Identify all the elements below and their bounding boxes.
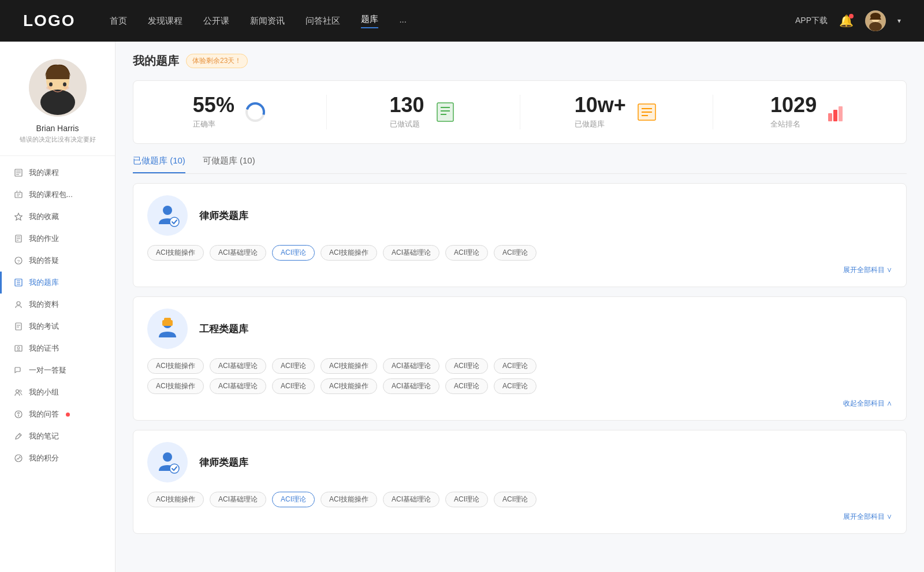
sidebar-item-cert[interactable]: 我的证书 — [0, 337, 115, 359]
sidebar-item-one-on-one[interactable]: 一对一答疑 — [0, 359, 115, 381]
sidebar-item-label: 我的收藏 — [29, 211, 59, 222]
expand-link-lawyer-1[interactable]: 展开全部科目 ∨ — [147, 265, 892, 275]
svg-point-9 — [46, 86, 52, 90]
tag-item[interactable]: ACI基础理论 — [210, 245, 266, 261]
tag-item[interactable]: ACI理论 — [494, 492, 536, 507]
svg-rect-56 — [828, 113, 832, 121]
tag-item[interactable]: ACI理论 — [272, 358, 315, 374]
tab-available-banks[interactable]: 可做题库 (10) — [203, 155, 255, 173]
svg-point-42 — [15, 455, 22, 462]
notification-bell[interactable]: 🔔 — [839, 14, 854, 28]
sidebar-item-resource[interactable]: 我的资料 — [0, 294, 115, 315]
sidebar-item-label: 一对一答疑 — [29, 365, 66, 376]
tag-item[interactable]: ACI技能操作 — [321, 245, 377, 261]
tag-item[interactable]: ACI技能操作 — [147, 358, 204, 374]
nav-open-course[interactable]: 公开课 — [203, 16, 229, 27]
sidebar-item-my-qa[interactable]: ? 我的答疑 — [0, 250, 115, 272]
svg-point-36 — [16, 390, 19, 393]
svg-rect-57 — [833, 110, 837, 121]
tag-item[interactable]: ACI技能操作 — [147, 378, 204, 394]
tag-item-active[interactable]: ACI理论 — [272, 245, 315, 261]
sidebar-item-label: 我的答疑 — [29, 255, 59, 266]
trial-badge: 体验剩余23天！ — [186, 54, 248, 68]
nav-discover[interactable]: 发现课程 — [148, 16, 182, 27]
course-pkg-icon — [14, 190, 23, 199]
notification-dot — [849, 14, 854, 18]
qbank-card-lawyer-2: 律师类题库 ACI技能操作 ACI基础理论 ACI理论 ACI技能操作 ACI基… — [133, 430, 907, 534]
tag-item[interactable]: ACI基础理论 — [210, 358, 266, 374]
exam-icon — [14, 322, 23, 331]
stat-label-done-questions: 已做试题 — [390, 119, 424, 129]
tag-item[interactable]: ACI技能操作 — [321, 358, 377, 374]
tag-item[interactable]: ACI理论 — [494, 245, 536, 261]
main-layout: Brian Harris 错误的决定比没有决定要好 我的课程 我的课程包... — [0, 42, 924, 572]
nav-home[interactable]: 首页 — [110, 16, 127, 27]
tag-item[interactable]: ACI理论 — [272, 378, 315, 394]
app-download-button[interactable]: APP下载 — [795, 16, 828, 26]
nav-news[interactable]: 新闻资讯 — [250, 16, 285, 27]
sidebar-item-score[interactable]: 我的积分 — [0, 447, 115, 469]
tag-item[interactable]: ACI理论 — [494, 358, 536, 374]
svg-point-39 — [18, 413, 20, 414]
sidebar-item-label: 我的问答 — [29, 409, 59, 419]
collapse-link-engineer[interactable]: 收起全部科目 ∧ — [147, 399, 892, 408]
stat-ranking: 1029 全站排名 — [713, 95, 906, 129]
tag-item[interactable]: ACI基础理论 — [210, 378, 266, 394]
sidebar-item-favorite[interactable]: 我的收藏 — [0, 206, 115, 228]
sidebar-item-homework[interactable]: 我的作业 — [0, 228, 115, 250]
sidebar-item-label: 我的课程包... — [29, 190, 73, 200]
stat-done-questions: 130 已做试题 — [327, 95, 520, 129]
svg-point-29 — [17, 302, 20, 305]
tag-item[interactable]: ACI技能操作 — [321, 492, 377, 507]
qbank-title-engineer: 工程类题库 — [199, 322, 248, 336]
tag-item[interactable]: ACI理论 — [494, 378, 536, 394]
qbank-card-lawyer-1: 律师类题库 ACI技能操作 ACI基础理论 ACI理论 ACI技能操作 ACI基… — [133, 183, 907, 287]
tag-item[interactable]: ACI技能操作 — [147, 245, 204, 261]
qbank-lawyer-icon — [147, 195, 188, 236]
nav-qa[interactable]: 问答社区 — [305, 16, 340, 27]
page-title: 我的题库 — [133, 53, 179, 69]
sidebar-item-exam[interactable]: 我的考试 — [0, 315, 115, 337]
expand-link-lawyer-2[interactable]: 展开全部科目 ∨ — [147, 512, 892, 522]
tag-item[interactable]: ACI理论 — [445, 245, 488, 261]
sidebar-item-my-course[interactable]: 我的课程 — [0, 162, 115, 184]
sidebar-item-qbank[interactable]: 我的题库 — [0, 272, 115, 294]
tag-item-active[interactable]: ACI理论 — [272, 492, 315, 507]
sidebar-item-notes[interactable]: 我的笔记 — [0, 425, 115, 447]
user-name: Brian Harris — [36, 124, 79, 133]
tag-item[interactable]: ACI理论 — [445, 492, 488, 507]
sidebar-item-group[interactable]: 我的小组 — [0, 381, 115, 403]
homework-icon — [14, 234, 23, 243]
nav-qbank[interactable]: 题库 — [361, 14, 378, 28]
user-avatar-nav[interactable] — [865, 10, 886, 31]
sidebar: Brian Harris 错误的决定比没有决定要好 我的课程 我的课程包... — [0, 42, 116, 572]
tag-item[interactable]: ACI理论 — [445, 358, 488, 374]
tag-item[interactable]: ACI基础理论 — [383, 245, 439, 261]
qbank-tags-engineer-row1: ACI技能操作 ACI基础理论 ACI理论 ACI技能操作 ACI基础理论 AC… — [147, 358, 892, 374]
stat-value-done-questions: 130 — [390, 95, 424, 116]
sidebar-item-course-pkg[interactable]: 我的课程包... — [0, 184, 115, 206]
tag-item[interactable]: ACI技能操作 — [147, 492, 204, 507]
stat-accuracy: 55% 正确率 — [133, 95, 327, 129]
sidebar-item-my-questions[interactable]: 我的问答 — [0, 403, 115, 425]
tag-item[interactable]: ACI基础理论 — [383, 358, 439, 374]
tag-item[interactable]: ACI技能操作 — [321, 378, 377, 394]
one-on-one-icon — [14, 366, 23, 375]
tag-item[interactable]: ACI基础理论 — [210, 492, 266, 507]
qbank-card-engineer: 工程类题库 ACI技能操作 ACI基础理论 ACI理论 ACI技能操作 ACI基… — [133, 296, 907, 421]
user-avatar-sidebar — [29, 59, 87, 117]
nav-more[interactable]: ··· — [399, 16, 407, 26]
user-menu-chevron[interactable]: ▾ — [897, 17, 901, 25]
sidebar-item-label: 我的题库 — [29, 277, 59, 288]
done-banks-icon — [635, 101, 658, 124]
sidebar-item-label: 我的考试 — [29, 321, 59, 332]
tag-item[interactable]: ACI理论 — [445, 378, 488, 394]
svg-point-65 — [170, 464, 179, 473]
stat-label-ranking: 全站排名 — [770, 119, 817, 129]
tab-done-banks[interactable]: 已做题库 (10) — [133, 155, 185, 173]
logo[interactable]: LOGO — [23, 12, 75, 30]
nav-menu: 首页 发现课程 公开课 新闻资讯 问答社区 题库 ··· — [110, 14, 795, 28]
svg-rect-15 — [15, 192, 22, 198]
tag-item[interactable]: ACI基础理论 — [383, 492, 439, 507]
tag-item[interactable]: ACI基础理论 — [383, 378, 439, 394]
